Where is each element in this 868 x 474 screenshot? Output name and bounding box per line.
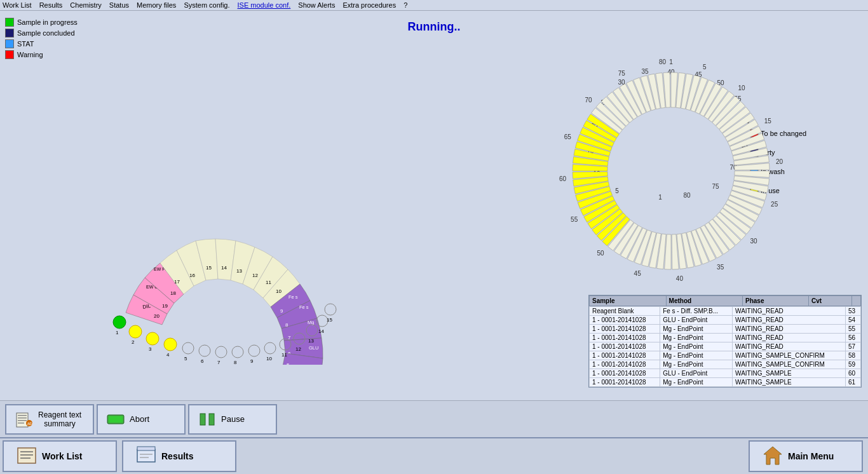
table-cell: 1 - 0001-20141028 <box>590 351 660 360</box>
svg-text:1: 1 <box>116 330 119 335</box>
table-wrapper: Sample Method Phase Cvt Reagent BlankFe … <box>588 295 862 388</box>
sample-circle-2 <box>129 325 142 338</box>
drum-canvas <box>553 31 865 317</box>
svg-text:Fe s: Fe s <box>299 304 309 310</box>
bottom-buttons: ab Reagent textsummary Abort Pause <box>0 400 868 437</box>
table-cell: WAITING_SAMPLE_CONFIRM <box>733 360 846 369</box>
svg-text:9: 9 <box>250 358 254 364</box>
table-row: 1 - 0001-20141028GLU - EndPointWAITING_S… <box>590 369 861 378</box>
table-cell: 1 - 0001-20141028 <box>590 369 660 378</box>
svg-text:11: 11 <box>266 280 271 285</box>
table-cell: 57 <box>846 342 861 351</box>
svg-rect-75 <box>18 420 27 421</box>
svg-marker-91 <box>764 447 782 464</box>
result-table-body: Reagent BlankFe s - Diff. SMP.B...WAITIN… <box>589 306 861 387</box>
menu-status[interactable]: Status <box>109 1 129 9</box>
svg-rect-73 <box>18 415 27 416</box>
svg-text:8: 8 <box>234 360 237 365</box>
sample-circle-4 <box>164 338 177 351</box>
sample-circle-10 <box>264 342 276 354</box>
table-cell: 1 - 0001-20141028 <box>590 378 660 387</box>
table-row: 1 - 0001-20141028Mg - EndPointWAITING_SA… <box>590 360 861 369</box>
sample-circle-5 <box>182 342 194 354</box>
table-row: 1 - 0001-20141028Mg - EndPointWAITING_RE… <box>590 334 861 342</box>
svg-text:5: 5 <box>287 362 290 365</box>
reagent-text-button[interactable]: ab Reagent textsummary <box>5 404 94 435</box>
table-cell: 59 <box>846 360 861 369</box>
table-body: Reagent BlankFe s - Diff. SMP.B...WAITIN… <box>590 307 861 387</box>
table-cell: WAITING_READ <box>733 342 846 351</box>
svg-text:5: 5 <box>184 356 187 362</box>
table-cell: Mg - EndPoint <box>660 325 733 334</box>
table-cell: Mg - EndPoint <box>660 360 733 369</box>
pause-label: Pause <box>221 414 245 424</box>
svg-text:13: 13 <box>308 338 314 344</box>
footer-worklist-button[interactable]: Work List <box>3 440 117 472</box>
svg-text:20: 20 <box>154 313 159 319</box>
sample-circle-8 <box>232 346 243 358</box>
abort-icon <box>105 409 126 430</box>
footer-results-button[interactable]: Results <box>122 440 236 472</box>
table-row: 1 - 0001-20141028Mg - EndPointWAITING_RE… <box>590 325 861 334</box>
svg-text:15: 15 <box>206 265 212 271</box>
svg-text:19: 19 <box>162 303 168 309</box>
sample-circle-1 <box>113 316 126 328</box>
menu-extra[interactable]: Extra procedures <box>342 1 396 9</box>
table-cell: 1 - 0001-20141028 <box>590 360 660 369</box>
sample-circle-7 <box>215 346 227 358</box>
menu-help[interactable]: ? <box>403 1 407 9</box>
svg-text:GLU: GLU <box>309 345 318 351</box>
table-row: 1 - 0001-20141028Mg - EndPointWAITING_SA… <box>590 378 861 387</box>
table-cell: GLU - EndPoint <box>660 316 733 325</box>
table-cell: WAITING_READ <box>733 316 846 325</box>
svg-text:14: 14 <box>318 328 324 334</box>
col-scroll[interactable] <box>852 296 861 306</box>
svg-text:11: 11 <box>281 352 287 358</box>
svg-text:2: 2 <box>132 339 135 345</box>
menu-alerts[interactable]: Show Alerts <box>298 1 335 9</box>
svg-text:10: 10 <box>266 356 272 362</box>
sample-circle-6 <box>199 345 210 356</box>
menu-chemistry[interactable]: Chemistry <box>70 1 102 9</box>
svg-text:16: 16 <box>189 273 195 278</box>
table-row: 1 - 0001-20141028GLU - EndPointWAITING_R… <box>590 316 861 325</box>
menu-worklist[interactable]: Work List <box>3 1 32 9</box>
content-area: DIL 20 EW Ord 19 EW Prb 18 17 16 15 14 <box>0 15 868 436</box>
svg-text:Mg: Mg <box>308 320 314 325</box>
svg-rect-81 <box>200 414 205 425</box>
menu-results[interactable]: Results <box>39 1 63 9</box>
pause-button[interactable]: Pause <box>188 404 277 435</box>
svg-text:3: 3 <box>149 346 152 352</box>
table-cell: 55 <box>846 325 861 334</box>
svg-rect-76 <box>18 423 24 424</box>
menu-sysconfig[interactable]: System config. <box>184 1 229 9</box>
footer-mainmenu-button[interactable]: Main Menu <box>749 440 863 472</box>
table-cell: WAITING_SAMPLE <box>733 378 846 387</box>
pause-icon <box>197 409 217 430</box>
table-cell: 54 <box>846 316 861 325</box>
svg-text:Fe s: Fe s <box>288 294 298 300</box>
menu-memfiles[interactable]: Memory files <box>137 1 176 9</box>
svg-text:4: 4 <box>166 352 170 358</box>
table-container: Sample Method Phase Cvt Reagent BlankFe … <box>588 295 862 393</box>
abort-label: Abort <box>130 414 149 424</box>
abort-button[interactable]: Abort <box>97 404 186 435</box>
table-cell: Reagent Blank <box>590 307 660 316</box>
footer-results-label: Results <box>161 451 194 461</box>
table-cell: 60 <box>846 369 861 378</box>
sample-circle-3 <box>146 332 159 345</box>
reagent-text-label: Reagent textsummary <box>38 410 81 428</box>
svg-rect-82 <box>209 414 214 425</box>
menu-ise[interactable]: ISE module conf. <box>238 1 291 9</box>
svg-text:17: 17 <box>174 279 180 285</box>
table-row: 1 - 0001-20141028Mg - EndPointWAITING_RE… <box>590 342 861 351</box>
svg-rect-88 <box>137 447 155 450</box>
table-cell: WAITING_SAMPLE_CONFIRM <box>733 351 846 360</box>
svg-text:13: 13 <box>236 268 242 274</box>
table-cell: 58 <box>846 351 861 360</box>
col-method: Method <box>666 296 742 306</box>
table-scroll[interactable]: Reagent BlankFe s - Diff. SMP.B...WAITIN… <box>589 306 861 387</box>
table-cell: WAITING_READ <box>733 334 846 342</box>
table-cell: WAITING_READ <box>733 325 846 334</box>
table-cell: 1 - 0001-20141028 <box>590 342 660 351</box>
